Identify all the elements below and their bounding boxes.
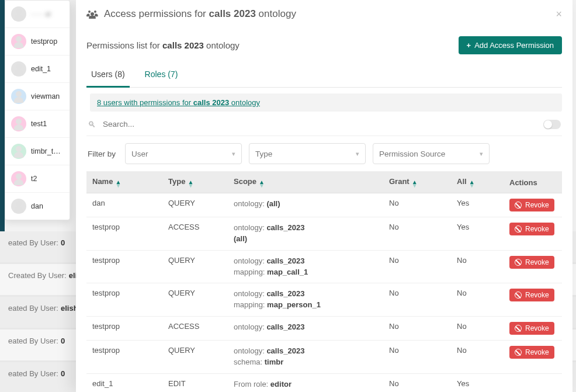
revoke-button[interactable]: Revoke — [509, 289, 554, 301]
modal-title-ontology: calls 2023 — [209, 8, 256, 19]
user-option[interactable]: dan — [5, 193, 70, 220]
cell-actions — [504, 373, 562, 392]
cell-actions: Revoke — [504, 341, 562, 374]
tab-roles[interactable]: Roles (7) — [140, 64, 183, 88]
filter-by-label: Filter by — [88, 150, 116, 158]
cell-actions: Revoke — [504, 250, 562, 283]
cell-all: No — [451, 283, 504, 317]
cell-type: ACCESS — [162, 317, 228, 341]
cell-grant: No — [383, 283, 451, 317]
chevron-down-icon: ▾ — [356, 150, 359, 158]
col-actions: Actions — [504, 172, 562, 193]
revoke-button[interactable]: Revoke — [509, 256, 554, 269]
revoke-button[interactable]: Revoke — [509, 223, 554, 235]
filter-source-select[interactable]: Permission Source ▾ — [373, 143, 490, 164]
cell-actions: Revoke — [504, 283, 562, 317]
filter-type-select[interactable]: Type ▾ — [249, 143, 366, 164]
user-option-label: timbr_tests — [31, 147, 64, 155]
table-row: testpropACCESSontology: calls_2023NoNoRe… — [86, 317, 562, 341]
user-option[interactable]: timbr_tests — [5, 138, 70, 165]
cell-all: Yes — [451, 373, 504, 392]
sort-icon: ▲▼ — [188, 181, 193, 188]
cell-scope: ontology: calls_2023 — [228, 317, 383, 341]
cell-name: edit_1 — [86, 373, 162, 392]
user-count-banner[interactable]: 8 users with permissions for calls 2023 … — [90, 93, 562, 112]
table-row: danQUERYontology: (all)NoYesRevoke — [86, 193, 562, 217]
col-name[interactable]: Name▲▼ — [86, 172, 162, 193]
sort-icon: ▲▼ — [412, 181, 418, 188]
cell-grant: No — [383, 341, 451, 374]
cell-all: No — [451, 341, 504, 374]
cell-name: dan — [86, 193, 162, 217]
user-option-label: dan — [31, 202, 43, 210]
users-icon — [86, 9, 98, 19]
avatar — [11, 116, 26, 131]
cell-scope: ontology: calls_2023(all) — [228, 217, 383, 251]
col-grant[interactable]: Grant▲▼ — [383, 172, 451, 193]
cell-actions: Revoke — [504, 193, 562, 217]
modal-title: Access permissions for calls 2023 ontolo… — [86, 8, 296, 20]
table-row: testpropQUERYontology: calls_2023mapping… — [86, 283, 562, 317]
add-permission-button[interactable]: + Add Access Permission — [459, 36, 562, 54]
avatar — [11, 89, 26, 104]
user-option-label: edit_1 — [31, 65, 51, 73]
cell-grant: No — [383, 193, 451, 217]
cell-type: QUERY — [162, 193, 228, 217]
ban-icon — [515, 202, 522, 209]
cell-actions: Revoke — [504, 217, 562, 251]
avatar — [11, 171, 26, 186]
table-row: testpropACCESSontology: calls_2023(all)N… — [86, 217, 562, 251]
cell-scope: ontology: (all) — [228, 193, 383, 217]
cell-type: QUERY — [162, 250, 228, 283]
cell-all: No — [451, 317, 504, 341]
cell-scope: ontology: calls_2023mapping: map_person_… — [228, 283, 383, 317]
revoke-button[interactable]: Revoke — [509, 322, 554, 335]
user-dropdown: ······ aitestpropedit_1viewmantest1timbr… — [5, 0, 70, 220]
user-option[interactable]: t2 — [5, 165, 70, 193]
sort-icon: ▲▼ — [259, 181, 265, 188]
user-option-label: t2 — [31, 175, 37, 183]
cell-name: testprop — [86, 217, 162, 251]
avatar — [11, 6, 26, 22]
chevron-down-icon: ▾ — [480, 150, 483, 158]
filter-toggle[interactable] — [543, 120, 561, 129]
cell-grant: No — [383, 373, 451, 392]
user-option[interactable]: ······ ai — [5, 1, 70, 28]
plus-icon: + — [467, 41, 471, 50]
cell-all: Yes — [451, 217, 504, 251]
avatar — [11, 61, 26, 77]
avatar — [11, 199, 26, 214]
user-option[interactable]: test1 — [5, 110, 70, 138]
search-input[interactable] — [100, 116, 539, 132]
ban-icon — [515, 325, 522, 332]
cell-type: ACCESS — [162, 217, 228, 251]
search-icon: 🔍︎ — [88, 120, 96, 129]
cell-name: testprop — [86, 250, 162, 283]
user-option-label: ······ ai — [31, 10, 51, 18]
close-icon[interactable]: × — [556, 9, 562, 19]
user-option[interactable]: testprop — [5, 28, 70, 55]
user-option-label: testprop — [31, 37, 57, 46]
chevron-down-icon: ▾ — [232, 150, 235, 158]
col-scope[interactable]: Scope▲▼ — [228, 172, 383, 193]
user-option-label: viewman — [31, 92, 60, 100]
tab-users[interactable]: Users (8) — [86, 64, 130, 88]
table-row: edit_1EDITFrom role: editorNoYes — [86, 373, 562, 392]
cell-actions: Revoke — [504, 317, 562, 341]
revoke-button[interactable]: Revoke — [509, 199, 554, 211]
cell-grant: No — [383, 250, 451, 283]
filter-user-select[interactable]: User ▾ — [125, 143, 242, 164]
ban-icon — [515, 349, 522, 356]
cell-all: Yes — [451, 193, 504, 217]
cell-type: QUERY — [162, 341, 228, 374]
permissions-subhead: Permissions list for calls 2023 ontology — [86, 40, 240, 50]
revoke-button[interactable]: Revoke — [509, 346, 554, 359]
user-option[interactable]: edit_1 — [5, 55, 70, 83]
user-option[interactable]: viewman — [5, 83, 70, 110]
col-all[interactable]: All▲▼ — [451, 172, 504, 193]
cell-name: testprop — [86, 283, 162, 317]
cell-grant: No — [383, 217, 451, 251]
cell-type: QUERY — [162, 283, 228, 317]
col-type[interactable]: Type▲▼ — [162, 172, 228, 193]
cell-type: EDIT — [162, 373, 228, 392]
